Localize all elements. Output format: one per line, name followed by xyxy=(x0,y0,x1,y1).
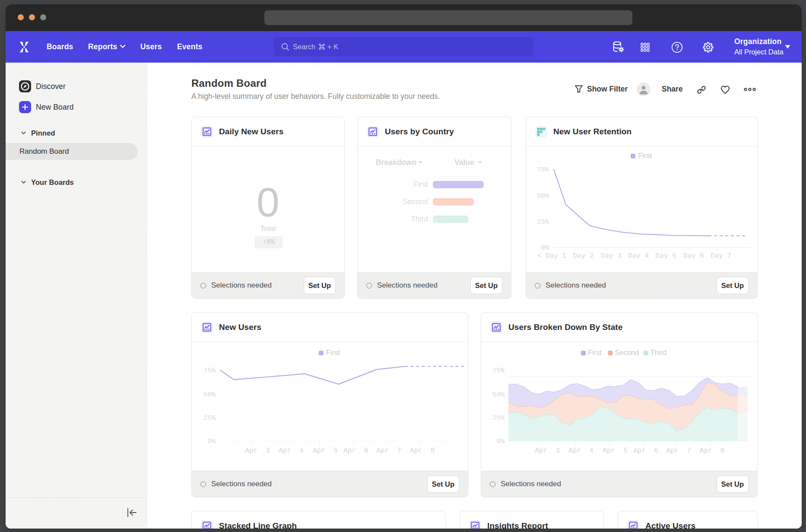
svg-text:Day 2: Day 2 xyxy=(573,252,594,260)
svg-text:Apr 8: Apr 8 xyxy=(410,447,435,455)
svg-text:Apr 7: Apr 7 xyxy=(666,447,691,455)
svg-text:Apr 6: Apr 6 xyxy=(633,447,658,455)
svg-text:Apr 8: Apr 8 xyxy=(700,447,725,455)
svg-text:50%: 50% xyxy=(537,192,549,200)
svg-text:Day 5: Day 5 xyxy=(656,252,676,260)
svg-text:Day 6: Day 6 xyxy=(683,252,704,260)
svg-text:25%: 25% xyxy=(492,414,505,422)
svg-text:0%: 0% xyxy=(207,437,216,445)
svg-text:First: First xyxy=(588,348,602,356)
svg-text:First: First xyxy=(326,348,340,356)
svg-text:25%: 25% xyxy=(203,414,216,422)
svg-text:Third: Third xyxy=(651,348,667,356)
svg-text:Apr 5: Apr 5 xyxy=(313,447,338,455)
svg-text:Apr 5: Apr 5 xyxy=(603,447,628,455)
svg-text:First: First xyxy=(638,152,652,159)
svg-text:Day 4: Day 4 xyxy=(628,252,649,260)
svg-text:Apr 6: Apr 6 xyxy=(343,447,368,455)
svg-text:< Day 1: < Day 1 xyxy=(537,252,566,260)
svg-text:Day 7: Day 7 xyxy=(711,252,731,260)
svg-text:75%: 75% xyxy=(203,367,216,374)
svg-text:0%: 0% xyxy=(541,244,549,252)
svg-text:Day 3: Day 3 xyxy=(601,252,622,260)
svg-text:Apr 4: Apr 4 xyxy=(279,447,304,455)
svg-text:0%: 0% xyxy=(496,437,505,445)
svg-text:50%: 50% xyxy=(492,391,505,399)
svg-text:Second: Second xyxy=(615,348,639,356)
svg-text:25%: 25% xyxy=(537,218,549,226)
svg-text:Apr 3: Apr 3 xyxy=(245,447,270,455)
svg-text:50%: 50% xyxy=(203,391,216,399)
svg-text:Apr 7: Apr 7 xyxy=(376,447,401,455)
svg-text:75%: 75% xyxy=(492,367,505,374)
svg-text:Apr 4: Apr 4 xyxy=(568,447,593,455)
svg-text:Apr 3: Apr 3 xyxy=(535,447,560,455)
svg-text:75%: 75% xyxy=(537,166,549,174)
